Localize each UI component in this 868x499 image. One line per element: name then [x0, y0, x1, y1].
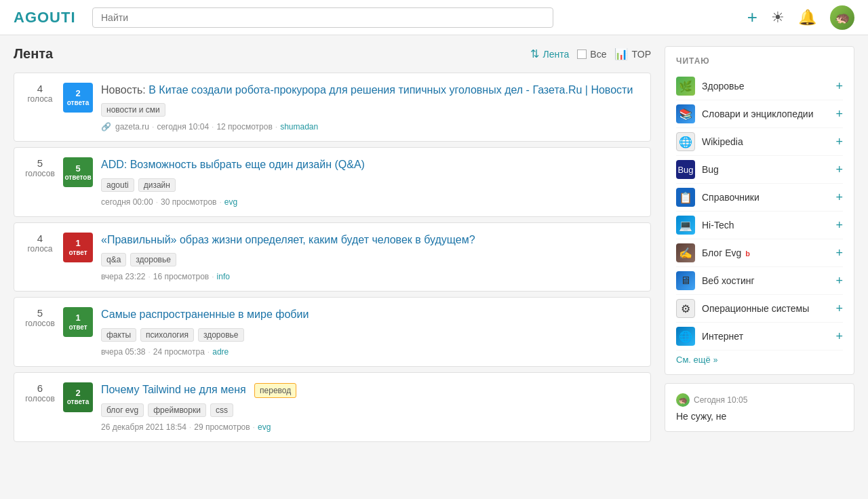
bell-icon[interactable]: 🔔 [798, 9, 816, 26]
sidebar-item-webhosting[interactable]: 🖥 Веб хостинг + [676, 267, 843, 295]
tag[interactable]: здоровье [130, 253, 176, 266]
slovari-icon: 📚 [676, 104, 695, 123]
sidebar-item-os[interactable]: ⚙ Операционные системы + [676, 295, 843, 323]
search-input[interactable] [92, 7, 553, 28]
answer-count: 1 [75, 313, 80, 323]
sidebar-item-plus[interactable]: + [835, 80, 843, 92]
post-author[interactable]: shumadan [280, 122, 318, 132]
logo[interactable]: AGOUTI [14, 9, 81, 26]
tag-highlight[interactable]: перевод [254, 383, 296, 399]
post-title[interactable]: «Правильный» образ жизни определяет, как… [101, 233, 639, 247]
post-body: Самые распространенные в мире фобии факт… [101, 307, 639, 356]
recent-timestamp: Сегодня 10:05 [694, 395, 747, 405]
post-votes: 4 голоса [25, 83, 55, 104]
sidebar-item-internet[interactable]: 🌐 Интернет + [676, 323, 843, 351]
internet-icon: 🌐 [676, 327, 695, 346]
sidebar-item-plus[interactable]: + [835, 247, 843, 259]
post-author[interactable]: adre [212, 347, 229, 357]
feed-filter-label: Лента [543, 49, 570, 60]
tag[interactable]: дизайн [138, 178, 176, 192]
answer-label: ответа [67, 398, 90, 406]
sidebar-item-label: Справочники [702, 192, 829, 203]
sidebar-item-wikipedia[interactable]: 🌐 Wikipedia + [676, 128, 843, 156]
post-title[interactable]: Новость: В Китае создали робота-прокурор… [101, 83, 639, 98]
sidebar: ЧИТАЮ 🌿 Здоровье + 📚 Словари и энциклопе… [665, 46, 854, 447]
post-body: «Правильный» образ жизни определяет, как… [101, 233, 639, 281]
post-views: 29 просмотров [194, 422, 250, 432]
post-votes: 6 голосов [25, 382, 55, 403]
tag[interactable]: фреймворки [148, 403, 206, 417]
post-time: сегодня 10:04 [157, 122, 209, 132]
post-author[interactable]: info [217, 272, 230, 281]
sidebar-item-plus[interactable]: + [835, 108, 843, 120]
post-body: Новость: В Китае создали робота-прокурор… [101, 83, 639, 132]
votes-count: 4 [37, 233, 43, 244]
bar-chart-icon: 📊 [614, 47, 628, 60]
sidebar-item-hitech[interactable]: 💻 Hi-Tech + [676, 212, 843, 239]
sidebar-item-slovari[interactable]: 📚 Словари и энциклопедии + [676, 100, 843, 128]
tag[interactable]: факты [101, 328, 136, 342]
sidebar-item-bug[interactable]: Bug Bug + [676, 156, 843, 184]
tag[interactable]: новости и сми [101, 103, 165, 117]
sidebar-item-label: Веб хостинг [702, 275, 829, 286]
tag[interactable]: q&a [101, 253, 126, 266]
post-card: 4 голоса 1 ответ «Правильный» образ жизн… [14, 222, 651, 292]
feed-tab-top[interactable]: 📊 TOP [614, 47, 651, 60]
see-more-link[interactable]: См. ещё » [676, 355, 843, 365]
post-title[interactable]: Почему Tailwind не для меня перевод [101, 382, 639, 399]
post-title[interactable]: Самые распространенные в мире фобии [101, 307, 639, 322]
sidebar-item-plus[interactable]: + [835, 219, 843, 231]
sidebar-item-label: Блог Evg b [702, 247, 829, 258]
hitech-icon: 💻 [676, 216, 695, 235]
answer-count: 2 [75, 88, 80, 99]
theme-icon[interactable]: ☀ [771, 9, 785, 26]
answer-label: ответов [64, 174, 91, 182]
post-time: сегодня 00:00 [101, 197, 153, 207]
post-author[interactable]: evg [258, 422, 271, 432]
tag[interactable]: блог evg [101, 403, 144, 417]
votes-count: 5 [37, 307, 43, 319]
os-icon: ⚙ [676, 299, 695, 318]
votes-label: голосов [25, 394, 55, 403]
answer-count: 1 [75, 238, 80, 249]
wikipedia-icon: 🌐 [676, 132, 695, 151]
post-card: 6 голосов 2 ответа Почему Tailwind не дл… [14, 372, 651, 443]
main-content: Лента ⇅ Лента Все 📊 TOP 4 голоса 2 отве [14, 46, 651, 447]
sidebar-item-label: Здоровье [702, 81, 829, 92]
add-icon[interactable]: + [747, 7, 757, 28]
post-card: 5 голосов 1 ответ Самые распространенные… [14, 297, 651, 366]
post-title[interactable]: ADD: Возможность выбрать еще один дизайн… [101, 157, 639, 172]
tag[interactable]: css [210, 403, 233, 417]
sidebar-item-plus[interactable]: + [835, 191, 843, 203]
feed-tab-all[interactable]: Все [577, 49, 606, 60]
post-author[interactable]: evg [224, 197, 237, 207]
feed-filter[interactable]: ⇅ Лента [530, 47, 570, 60]
all-checkbox[interactable] [577, 49, 587, 59]
post-card: 5 голосов 5 ответов ADD: Возможность выб… [14, 147, 651, 216]
zdravoye-icon: 🌿 [676, 77, 695, 96]
tag[interactable]: психология [140, 328, 194, 342]
tag[interactable]: agouti [101, 178, 134, 192]
answer-badge: 1 ответ [63, 233, 93, 262]
sidebar-item-plus[interactable]: + [835, 136, 843, 148]
sidebar-item-plus[interactable]: + [835, 330, 843, 342]
post-time: вчера 23:22 [101, 272, 145, 281]
avatar[interactable]: 🦔 [830, 5, 854, 30]
post-tags: q&a здоровье [101, 253, 639, 266]
answer-badge: 2 ответа [63, 83, 93, 113]
answer-badge: 1 ответ [63, 307, 93, 337]
sidebar-reading-box: ЧИТАЮ 🌿 Здоровье + 📚 Словари и энциклопе… [665, 46, 854, 375]
sidebar-item-zdravoye[interactable]: 🌿 Здоровье + [676, 73, 843, 100]
sidebar-item-plus[interactable]: + [835, 275, 843, 287]
tab-top-label: TOP [631, 49, 651, 60]
feed-title: Лента [14, 46, 53, 62]
sidebar-item-plus[interactable]: + [835, 163, 843, 176]
sidebar-item-blog-evg[interactable]: ✍ Блог Evg b + [676, 239, 843, 267]
sidebar-item-label: Wikipedia [702, 136, 829, 147]
answer-badge: 2 ответа [63, 382, 93, 412]
tag[interactable]: здоровье [198, 328, 244, 342]
votes-count: 5 [37, 157, 43, 169]
sidebar-item-plus[interactable]: + [835, 302, 843, 315]
post-views: 16 просмотров [153, 272, 209, 281]
sidebar-item-spravochniki[interactable]: 📋 Справочники + [676, 184, 843, 212]
